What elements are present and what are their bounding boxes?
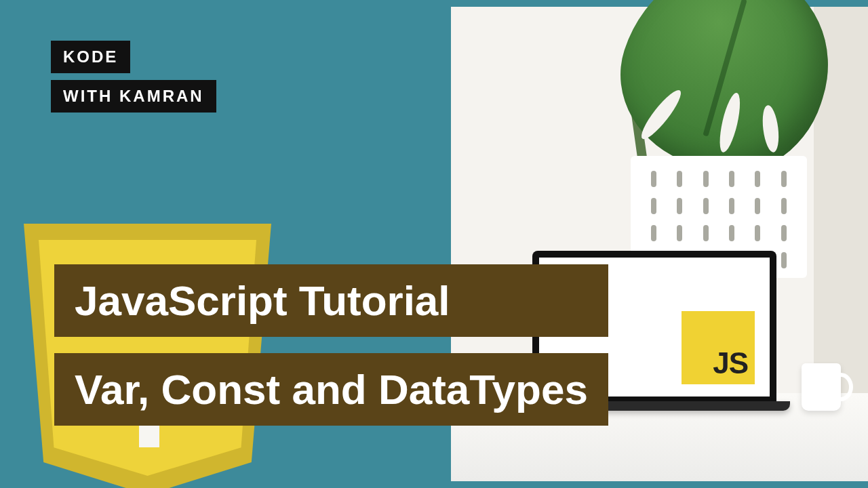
- coffee-mug: [802, 363, 841, 411]
- js-logo-badge: JS: [682, 311, 755, 384]
- brand-line-1: KODE: [51, 41, 130, 73]
- brand-block: KODE WITH KAMRAN: [51, 41, 216, 113]
- js-logo-label: JS: [713, 346, 748, 380]
- headline-block: JavaScript Tutorial Var, Const and DataT…: [54, 264, 608, 426]
- brand-line-2: WITH KAMRAN: [51, 80, 216, 113]
- headline-subtitle: Var, Const and DataTypes: [54, 353, 608, 426]
- headline-title: JavaScript Tutorial: [54, 264, 608, 337]
